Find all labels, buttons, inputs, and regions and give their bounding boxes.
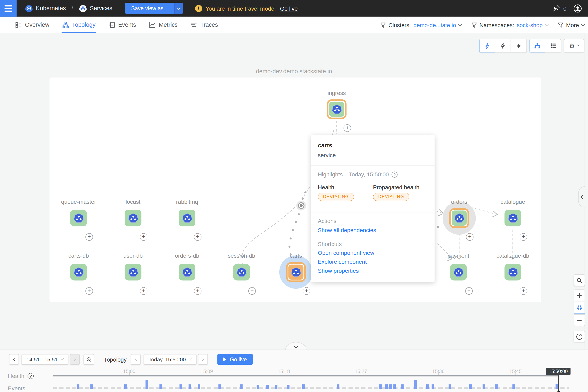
tab-overview[interactable]: Overview [15,16,50,33]
expand-plus-button[interactable]: + [466,233,474,241]
list-view-button[interactable] [545,39,561,53]
health-help-icon[interactable]: ? [28,373,34,379]
event-bar[interactable] [495,384,498,389]
topology-node[interactable]: catalogue-db + [486,252,539,302]
graph-view-button[interactable] [530,39,545,53]
expand-plus-button[interactable]: + [140,287,148,295]
event-bar[interactable] [393,384,396,389]
node-box[interactable]: + [125,210,141,226]
node-box[interactable]: + [70,210,87,226]
expand-plus-button[interactable]: + [194,233,202,241]
expand-plus-button[interactable]: + [520,287,527,295]
more-filters[interactable]: More [558,22,584,28]
topology-node[interactable]: locust + [106,198,160,248]
topology-node[interactable]: catalogue + [486,198,539,248]
expand-plus-button[interactable]: + [85,287,93,295]
help-icon[interactable]: ? [392,171,398,178]
tab-topology[interactable]: Topology [62,16,96,33]
settings-dropdown-button[interactable]: ⚙ [564,39,584,53]
node-box[interactable]: + [179,210,196,226]
time-dropdown[interactable]: Today, 15:50:00 [144,354,196,365]
expand-plus-button[interactable]: + [85,233,93,241]
breadcrumb-item[interactable]: Services [90,5,112,12]
range-prev-button[interactable] [9,354,19,365]
event-bar[interactable] [160,384,162,389]
event-bar[interactable] [432,384,434,389]
topology-node[interactable]: orders + [433,198,486,248]
event-bar[interactable] [287,385,290,389]
event-bar[interactable] [124,384,127,389]
health-status-line[interactable] [53,375,558,376]
event-bar[interactable] [257,385,259,389]
explore-component-link[interactable]: Explore component [318,258,367,265]
expand-plus-button[interactable]: + [194,287,202,295]
bolt-outline-button[interactable] [495,39,511,53]
current-time-marker[interactable] [558,374,559,391]
tab-events[interactable]: Events [108,16,136,33]
event-bar[interactable] [470,384,472,389]
expand-plus-button[interactable]: + [140,233,148,241]
event-bar[interactable] [414,380,417,389]
node-box[interactable]: + [125,264,141,280]
topology-node[interactable]: session-db + [215,252,268,302]
topology-node[interactable]: orders-db + [161,252,214,302]
go-live-link[interactable]: Go live [280,5,298,12]
event-bar[interactable] [275,385,278,389]
event-bar[interactable] [556,384,558,389]
event-bar[interactable] [180,384,182,389]
pin-counter[interactable]: 0 [552,4,566,12]
show-properties-link[interactable]: Show properties [318,268,359,274]
current-time-badge[interactable]: 15:50:00 [546,368,570,375]
event-bar[interactable] [90,384,93,389]
topology-node[interactable]: payment + [432,252,485,302]
event-bar[interactable] [198,384,200,389]
event-bar[interactable] [389,384,392,389]
live-bolt-outline-blue-button[interactable] [479,39,495,53]
topology-node[interactable]: ingress + [310,90,363,140]
event-bar[interactable] [240,384,242,389]
event-bar[interactable] [337,384,339,389]
clusters-filter[interactable]: Clusters: demo-de...tate.io [380,22,462,28]
node-box[interactable]: + [504,210,521,226]
tab-traces[interactable]: Traces [190,16,218,33]
event-bar[interactable] [77,384,80,389]
node-box[interactable]: + [449,208,469,228]
save-view-as-button[interactable]: Save view as... [125,3,174,14]
event-bar[interactable] [483,384,485,389]
event-bar[interactable] [385,384,388,389]
topology-node[interactable]: queue-master + [52,198,105,248]
event-bar[interactable] [146,380,148,389]
event-bar[interactable] [379,384,382,389]
go-live-button[interactable]: Go live [217,354,253,365]
time-range-dropdown[interactable]: 14:51 - 15:51 [22,354,68,365]
node-box[interactable]: + [504,264,521,280]
event-bar[interactable] [189,384,191,389]
event-bar[interactable] [218,384,221,389]
show-all-dependencies-link[interactable]: Show all dependencies [318,227,376,233]
event-bar[interactable] [448,384,451,389]
topology-canvas[interactable]: demo-dev.demo.stackstate.io [0,33,588,350]
expand-plus-button[interactable]: + [520,233,527,241]
open-component-view-link[interactable]: Open component view [318,250,374,256]
zoom-in-button[interactable] [574,290,585,301]
tab-metrics[interactable]: Metrics [149,16,178,33]
bolt-filled-button[interactable] [511,39,527,53]
expand-plus-button[interactable]: + [344,124,351,132]
hamburger-menu-button[interactable] [0,0,16,16]
fit-to-screen-button[interactable] [574,302,585,314]
node-box[interactable]: + [233,264,250,280]
event-bar[interactable] [512,384,515,389]
node-box[interactable]: + 1 [286,262,306,282]
topology-node[interactable]: rabbitmq + [161,198,214,248]
topology-node[interactable]: carts-db + [52,252,105,302]
breadcrumb-item[interactable]: Kubernetes [36,5,66,12]
event-bar[interactable] [426,384,429,389]
node-box[interactable]: + [450,264,467,280]
time-prev-button[interactable] [131,354,140,365]
event-bar[interactable] [266,385,269,389]
node-box[interactable]: + [327,100,346,119]
expand-plus-button[interactable]: + [465,287,473,295]
user-avatar[interactable] [573,4,582,13]
event-bar[interactable] [302,384,305,389]
expand-plus-button[interactable]: + [303,287,310,295]
